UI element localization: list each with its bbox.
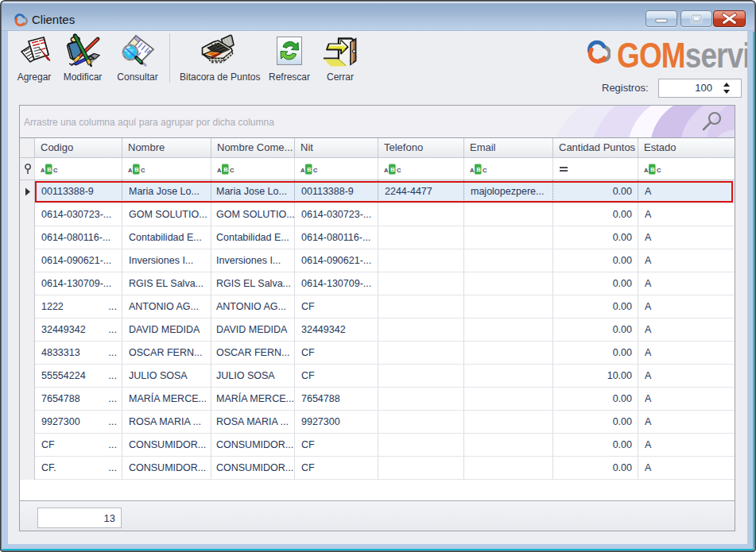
svg-text:B: B [307,166,312,173]
svg-text:A: A [384,167,389,174]
svg-text:C: C [313,167,318,174]
svg-text:C: C [53,167,58,174]
svg-text:A: A [128,167,133,174]
svg-text:A: A [41,167,45,174]
svg-text:B: B [476,166,481,173]
svg-text:C: C [141,167,145,174]
svg-text:C: C [397,167,401,174]
svg-text:A: A [300,167,305,174]
svg-text:C: C [230,167,235,174]
svg-text:B: B [390,166,395,173]
svg-text:C: C [483,167,487,174]
svg-text:B: B [47,166,52,173]
svg-text:A: A [217,167,222,174]
svg-text:B: B [223,166,228,173]
svg-text:A: A [470,167,475,174]
svg-text:A: A [644,167,649,174]
svg-text:B: B [650,166,655,173]
svg-text:B: B [134,166,139,173]
svg-text:C: C [657,167,661,174]
